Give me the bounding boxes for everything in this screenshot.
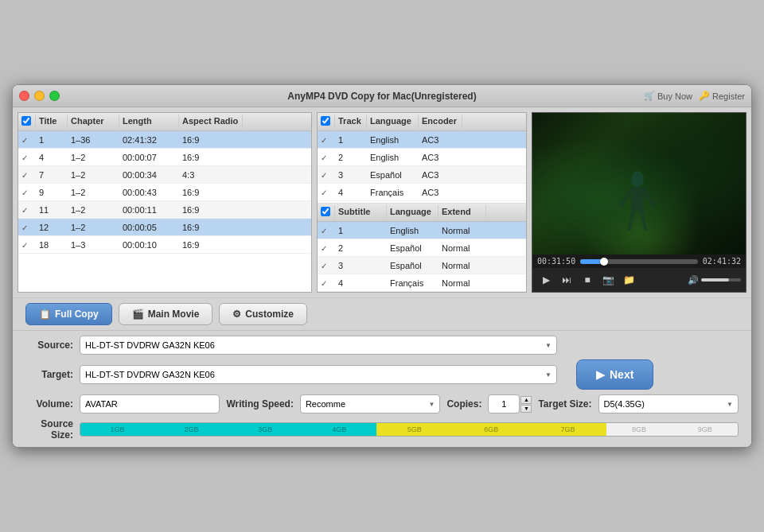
total-time: 02:41:32 [703,257,741,266]
svg-point-0 [631,171,644,187]
target-label: Target: [25,369,73,380]
progress-thumb [600,258,608,266]
bottom-panel: Source: HL-DT-ST DVDRW GA32N KE06 Target… [13,330,751,447]
table-row[interactable]: ✓ 9 1–2 00:00:43 16:9 [18,184,311,201]
titles-rows: ✓ 1 1–36 02:41:32 16:9 ✓ 4 1–2 00:00:07 … [18,131,311,254]
copies-input[interactable] [488,394,520,414]
source-label: Source: [25,340,73,351]
th-track-check [318,115,335,129]
th-aspect: Aspect Radio [179,115,243,129]
copies-field: ▲ ▼ [488,394,532,414]
th-encoder: Encoder [419,115,462,129]
table-row[interactable]: ✓ 4 1–2 00:00:07 16:9 [18,149,311,166]
cart-icon: 🛒 [644,91,655,101]
writing-speed-dropdown[interactable]: Recomme [300,394,440,414]
select-all-tracks[interactable] [321,116,330,126]
select-all-subtitles[interactable] [321,207,330,216]
screenshot-button[interactable]: 📷 [599,271,617,289]
buy-now-button[interactable]: 🛒 Buy Now [644,91,692,101]
svg-rect-1 [631,187,644,211]
maximize-button[interactable] [49,91,60,101]
th-track-lang: Language [367,115,419,129]
track-row[interactable]: ✓ 2 English AC3 [318,149,526,166]
next-button[interactable]: ▶ Next [576,359,653,390]
titlebar-right: 🛒 Buy Now 🔑 Register [644,91,745,101]
volume-track[interactable] [701,278,741,282]
svg-line-3 [644,189,653,205]
key-icon: 🔑 [699,91,710,101]
tracks-subtitles-table: Track Language Encoder ✓ 1 English AC3 ✓… [317,112,527,293]
volume-input[interactable]: AVATAR [80,394,220,414]
volume-row: Volume: AVATAR Writing Speed: Recomme Co… [25,394,739,414]
play-button[interactable]: ▶ [537,271,555,289]
progress-bar[interactable] [580,259,698,264]
source-row: Source: HL-DT-ST DVDRW GA32N KE06 [25,336,739,355]
th-subtitle: Subtitle [335,205,387,219]
main-content: Title Chapter Length Aspect Radio ✓ 1 1–… [13,107,751,297]
table-row[interactable]: ✓ 1 1–36 02:41:32 16:9 [18,131,311,149]
svg-line-5 [641,211,645,229]
bar-yellow: 5GB6GB7GB [376,423,606,436]
svg-line-4 [630,211,633,229]
subtitle-row[interactable]: ✓ 2 Español Normal [318,239,526,257]
source-size-bar: 1GB2GB3GB4GB 5GB6GB7GB 8GB9GB [80,422,739,437]
stop-button[interactable]: ■ [579,271,596,289]
bar-empty: 8GB9GB [606,423,738,436]
titles-table: Title Chapter Length Aspect Radio ✓ 1 1–… [18,112,312,293]
full-copy-button[interactable]: 📋 Full Copy [25,303,112,325]
volume-label: Volume: [25,398,73,410]
th-chapter: Chapter [68,115,119,129]
track-row[interactable]: ✓ 1 English AC3 [318,131,526,149]
table-row[interactable]: ✓ 12 1–2 00:00:05 16:9 [18,219,311,236]
th-extend: Extend [439,205,486,219]
customize-button[interactable]: ⚙ Customize [219,303,307,325]
table-row[interactable]: ✓ 11 1–2 00:00:11 16:9 [18,201,311,219]
main-movie-button[interactable]: 🎬 Main Movie [119,303,213,325]
target-size-label: Target Size: [538,398,591,410]
volume-fill [701,278,729,282]
playback-controls: ▶ ⏭ ■ 📷 📁 🔊 [532,268,746,292]
track-row[interactable]: ✓ 3 Español AC3 [318,166,526,184]
subtitle-row[interactable]: ✓ 1 English Normal [318,222,526,239]
window-title: AnyMP4 DVD Copy for Mac(Unregistered) [287,91,476,102]
copies-label: Copies: [446,398,481,410]
table-row[interactable]: ✓ 18 1–3 00:00:10 16:9 [18,236,311,254]
track-row[interactable]: ✓ 4 Français AC3 [318,184,526,201]
copy-icon: 📋 [39,309,51,320]
traffic-lights [19,91,60,101]
left-panel: Title Chapter Length Aspect Radio ✓ 1 1–… [18,112,312,293]
target-size-dropdown[interactable]: D5(4.35G) [598,394,739,414]
svg-line-2 [622,189,631,205]
close-button[interactable] [19,91,29,101]
subtitle-row[interactable]: ✓ 3 Español Normal [318,257,526,274]
th-title: Title [36,115,68,129]
copies-down-button[interactable]: ▼ [520,405,532,413]
folder-button[interactable]: 📁 [620,271,637,289]
writing-speed-label: Writing Speed: [226,398,293,410]
th-length: Length [119,115,179,129]
preview-panel: 00:31:50 02:41:32 ▶ ⏭ ■ 📷 📁 [532,112,746,293]
fast-forward-button[interactable]: ⏭ [558,271,575,289]
minimize-button[interactable] [34,91,45,101]
bar-cyan: 1GB2GB3GB4GB [80,423,376,436]
target-dropdown[interactable]: HL-DT-ST DVDRW GA32N KE06 [80,365,557,384]
source-dropdown[interactable]: HL-DT-ST DVDRW GA32N KE06 [80,336,557,355]
titles-header: Title Chapter Length Aspect Radio [18,113,311,131]
subtitle-section: Subtitle Language Extend ✓ 1 English Nor… [318,203,526,292]
current-time: 00:31:50 [537,257,575,266]
copies-up-button[interactable]: ▲ [520,396,532,404]
target-row: Target: HL-DT-ST DVDRW GA32N KE06 ▶ Next [25,359,739,390]
titlebar: AnyMP4 DVD Copy for Mac(Unregistered) 🛒 … [13,85,751,107]
source-size-row: Source Size: 1GB2GB3GB4GB 5GB6GB7GB 8GB9… [25,418,739,441]
select-all-titles[interactable] [21,116,31,126]
table-row[interactable]: ✓ 7 1–2 00:00:34 4:3 [18,166,311,184]
register-button[interactable]: 🔑 Register [699,91,745,101]
source-size-label: Source Size: [25,418,73,441]
avatar-figure [618,169,657,233]
preview-video [532,113,746,254]
next-arrow-icon: ▶ [596,368,605,381]
volume-icon: 🔊 [688,275,699,285]
th-sub-lang: Language [387,205,439,219]
time-bar: 00:31:50 02:41:32 [532,254,746,268]
subtitle-row[interactable]: ✓ 4 Français Normal [318,274,526,292]
